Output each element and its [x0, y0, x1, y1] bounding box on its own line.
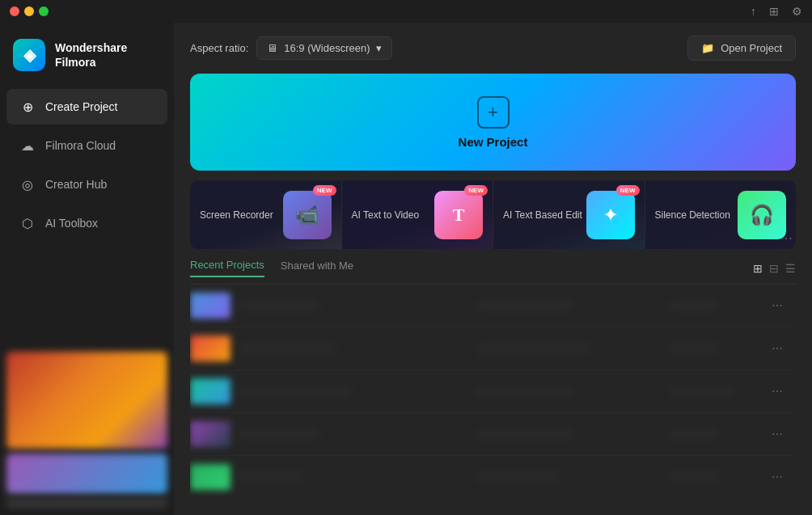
project-thumbnail: [190, 293, 230, 319]
col-name: [190, 336, 467, 361]
settings-icon[interactable]: ⚙: [792, 5, 802, 18]
sidebar: ◈ Wondershare Filmora ⊕ Create Project ☁…: [0, 23, 174, 515]
content-header: Aspect ratio: 🖥 16:9 (Widescreen) ▾ 📁 Op…: [174, 23, 812, 74]
col-name: [190, 293, 467, 319]
app-body: ◈ Wondershare Filmora ⊕ Create Project ☁…: [0, 23, 812, 515]
row-more-icon[interactable]: ⋯: [772, 385, 783, 398]
aspect-ratio-label: Aspect ratio:: [190, 42, 248, 54]
feature-card-screen-recorder[interactable]: Screen Recorder 📹 NEW: [190, 180, 342, 249]
cloud-upload-icon[interactable]: ↑: [751, 5, 756, 18]
table-row: ⋯: [190, 285, 796, 327]
project-size: [670, 472, 718, 482]
feature-card-silence-detection[interactable]: Silence Detection 🎧 ⋯: [645, 180, 797, 249]
project-size: [670, 386, 734, 396]
folder-icon: 📁: [701, 42, 714, 54]
aspect-ratio-control: Aspect ratio: 🖥 16:9 (Widescreen) ▾: [190, 36, 392, 60]
nav-item-ai-toolbox[interactable]: ⬡ AI Toolbox: [6, 205, 167, 241]
new-project-plus-icon: +: [477, 96, 510, 129]
logo-icon: ◈: [13, 39, 45, 71]
aspect-ratio-dropdown[interactable]: 🖥 16:9 (Widescreen) ▾: [256, 36, 392, 60]
layout-icon[interactable]: ⊞: [769, 5, 779, 18]
screen-recorder-badge: NEW: [313, 185, 336, 196]
project-name: [239, 429, 319, 439]
project-date: [476, 472, 557, 482]
table-row: ⋯: [190, 456, 796, 498]
cloud-icon: ☁: [19, 137, 36, 154]
row-more-icon[interactable]: ⋯: [772, 342, 783, 355]
aspect-ratio-value: 16:9 (Widescreen): [284, 42, 370, 54]
col-size: [670, 301, 762, 310]
table-row: ⋯: [190, 327, 796, 370]
projects-table: ⋯ ⋯: [190, 285, 796, 515]
col-date: [476, 429, 661, 439]
ai-text-based-edit-label: AI Text Based Edit: [503, 209, 582, 221]
silence-detection-label: Silence Detection: [655, 209, 730, 221]
project-date: [476, 429, 573, 439]
screen-recorder-icon: 📹: [283, 191, 332, 239]
row-more-icon[interactable]: ⋯: [772, 428, 783, 441]
col-name: [190, 378, 467, 404]
project-thumbnail: [190, 421, 230, 447]
open-project-button[interactable]: 📁 Open Project: [687, 36, 796, 61]
creator-hub-icon: ◎: [19, 176, 36, 192]
projects-tabs: Recent Projects Shared with Me ⊞ ⊟ ☰: [190, 259, 796, 285]
col-date: [476, 472, 661, 482]
maximize-button[interactable]: [39, 6, 49, 16]
screen-recorder-label: Screen Recorder: [200, 209, 273, 221]
col-date: [476, 386, 661, 396]
thumbnail-main[interactable]: [6, 352, 167, 449]
grid-view-icon[interactable]: ⊞: [753, 262, 763, 275]
project-thumbnail: [190, 464, 230, 490]
col-action: ⋯: [772, 341, 796, 356]
col-action: ⋯: [772, 427, 796, 441]
feature-card-ai-text-based-edit[interactable]: AI Text Based Edit ✦ NEW: [493, 180, 645, 249]
ai-text-to-video-label: AI Text to Video: [352, 209, 420, 221]
view-toggle-icons: ⊞ ⊟ ☰: [753, 262, 796, 275]
feature-cards-row: Screen Recorder 📹 NEW AI Text to Video T…: [190, 180, 796, 249]
project-name: [239, 386, 352, 396]
ai-text-based-edit-icon: ✦: [586, 191, 635, 239]
row-more-icon[interactable]: ⋯: [772, 299, 783, 312]
project-size: [670, 429, 718, 439]
title-bar-actions: ↑ ⊞ ⚙: [751, 5, 802, 18]
projects-area: Recent Projects Shared with Me ⊞ ⊟ ☰: [190, 259, 796, 515]
list-view-icon[interactable]: ☰: [785, 262, 796, 275]
feature-card-ai-text-to-video[interactable]: AI Text to Video T NEW: [342, 180, 494, 249]
col-date: [476, 344, 661, 353]
project-date: [476, 386, 573, 396]
project-size: [670, 301, 718, 310]
nav-item-create-project[interactable]: ⊕ Create Project: [6, 89, 167, 125]
table-row: ⋯: [190, 370, 796, 413]
col-size: [670, 472, 762, 482]
new-project-label: New Project: [459, 135, 528, 149]
nav-item-creator-hub[interactable]: ◎ Creator Hub: [6, 167, 167, 202]
nav-item-filmora-cloud[interactable]: ☁ Filmora Cloud: [6, 128, 167, 163]
minimize-button[interactable]: [24, 6, 34, 16]
tab-recent-projects[interactable]: Recent Projects: [190, 259, 264, 277]
col-action: ⋯: [772, 298, 796, 313]
title-bar: ↑ ⊞ ⚙: [0, 0, 812, 23]
col-size: [670, 429, 762, 439]
monitor-icon: 🖥: [267, 42, 277, 54]
col-size: [670, 344, 762, 353]
tile-view-icon[interactable]: ⊟: [769, 262, 779, 275]
more-options-button[interactable]: ⋯: [780, 230, 793, 246]
project-name: [239, 344, 336, 353]
thumbnail-small[interactable]: [6, 454, 167, 494]
ai-toolbox-icon: ⬡: [19, 215, 36, 231]
project-date: [476, 301, 573, 310]
col-size: [670, 386, 762, 396]
row-more-icon[interactable]: ⋯: [772, 471, 783, 483]
sidebar-thumbnail-area: [0, 345, 174, 515]
new-project-banner[interactable]: + New Project: [190, 74, 796, 171]
close-button[interactable]: [10, 6, 19, 16]
col-date: [476, 301, 661, 310]
table-row: ⋯: [190, 413, 796, 456]
create-project-icon: ⊕: [19, 99, 36, 115]
traffic-lights: [10, 6, 49, 16]
main-content: Aspect ratio: 🖥 16:9 (Widescreen) ▾ 📁 Op…: [174, 23, 812, 515]
project-date: [476, 344, 590, 353]
ai-text-based-edit-badge: NEW: [616, 185, 640, 196]
tab-shared-with-me[interactable]: Shared with Me: [281, 260, 353, 276]
ai-text-to-video-badge: NEW: [464, 185, 488, 196]
